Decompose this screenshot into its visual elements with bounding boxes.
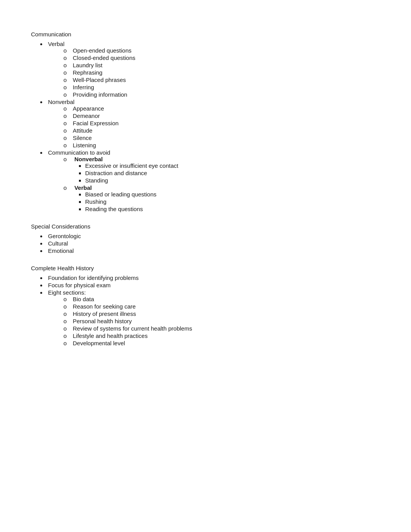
nonverbal-sublist: Appearance Demeanor Facial Expression At…: [48, 105, 380, 148]
list-item: Demeanor: [63, 113, 380, 119]
list-item: Listening: [63, 142, 380, 148]
complete-health-history-list: Foundation for identifying problems Focu…: [31, 275, 380, 346]
communication-list: Verbal Open-ended questions Closed-ended…: [31, 41, 380, 212]
list-item: Gerontologic: [46, 233, 380, 239]
list-item: Nonverbal Appearance Demeanor Facial Exp…: [46, 99, 380, 148]
comm-to-avoid-sublist: Nonverbal Excessive or insufficient eye …: [48, 156, 380, 212]
complete-health-history-section: Complete Health History Foundation for i…: [31, 265, 380, 346]
complete-health-history-heading: Complete Health History: [31, 265, 380, 271]
list-item: Providing information: [63, 91, 380, 98]
list-item: Well-Placed phrases: [63, 77, 380, 83]
list-item: Emotional: [46, 247, 380, 254]
avoid-nonverbal-label: Nonverbal: [74, 156, 103, 162]
list-item: Standing: [85, 177, 380, 184]
list-item: Cultural: [46, 240, 380, 247]
list-item: Silence: [63, 135, 380, 141]
list-item: Distraction and distance: [85, 170, 380, 176]
list-item: Facial Expression: [63, 120, 380, 126]
list-item: Appearance: [63, 105, 380, 112]
list-item: Rushing: [85, 198, 380, 205]
list-item: Verbal Open-ended questions Closed-ended…: [46, 41, 380, 98]
verbal-sublist: Open-ended questions Closed-ended questi…: [48, 47, 380, 98]
communication-heading: Communication: [31, 31, 380, 38]
list-item: Personal health history: [63, 318, 380, 324]
list-item: Attitude: [63, 127, 380, 134]
eight-sections-list: Bio data Reason for seeking care History…: [48, 296, 380, 346]
list-item: Developmental level: [63, 340, 380, 346]
list-item: Reading the questions: [85, 206, 380, 212]
avoid-verbal-list: Biased or leading questions Rushing Read…: [63, 191, 380, 212]
list-item: Lifestyle and health practices: [63, 332, 380, 339]
list-item: Focus for physical exam: [46, 282, 380, 288]
list-item: Closed-ended questions: [63, 55, 380, 61]
list-item: History of present illness: [63, 310, 380, 317]
list-item: Excessive or insufficient eye contact: [85, 162, 380, 169]
list-item: Laundry list: [63, 62, 380, 68]
list-item: Biased or leading questions: [85, 191, 380, 198]
special-considerations-heading: Special Considerations: [31, 223, 380, 230]
list-item: Review of systems for current health pro…: [63, 325, 380, 332]
list-item: Communication to avoid Nonverbal Excessi…: [46, 149, 380, 212]
list-item: Open-ended questions: [63, 47, 380, 54]
list-item: Rephrasing: [63, 69, 380, 76]
list-item: Eight sections: Bio data Reason for seek…: [46, 289, 380, 346]
communication-section: Communication Verbal Open-ended question…: [31, 31, 380, 212]
eight-sections-label: Eight sections:: [48, 289, 86, 296]
special-considerations-section: Special Considerations Gerontologic Cult…: [31, 223, 380, 254]
nonverbal-label: Nonverbal: [48, 99, 74, 105]
verbal-label: Verbal: [48, 41, 65, 47]
special-considerations-list: Gerontologic Cultural Emotional: [31, 233, 380, 254]
avoid-nonverbal-list: Excessive or insufficient eye contact Di…: [63, 162, 380, 184]
list-item: Nonverbal Excessive or insufficient eye …: [63, 156, 380, 184]
list-item: Foundation for identifying problems: [46, 275, 380, 281]
list-item: Verbal Biased or leading questions Rushi…: [63, 184, 380, 212]
avoid-verbal-label: Verbal: [74, 184, 92, 191]
list-item: Reason for seeking care: [63, 303, 380, 310]
comm-to-avoid-label: Communication to avoid: [48, 149, 110, 156]
list-item: Inferring: [63, 84, 380, 90]
list-item: Bio data: [63, 296, 380, 302]
